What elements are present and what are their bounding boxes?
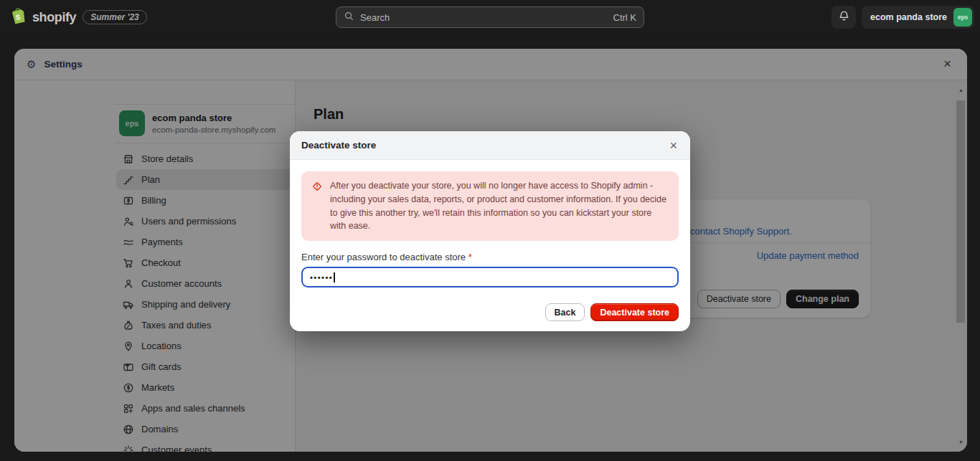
shopify-wordmark: shopify: [32, 10, 76, 25]
warning-text: After you deactivate your store, you wil…: [330, 179, 669, 233]
modal-header: Deactivate store ×: [290, 131, 690, 160]
topbar: S shopify Summer '23 Search Ctrl K ecom …: [0, 0, 980, 34]
search-shortcut: Ctrl K: [613, 12, 637, 23]
bell-icon: [838, 10, 850, 25]
settings-backdrop: ⚙ Settings × eps ecom panda store ecom-p…: [0, 34, 980, 461]
search-icon: [344, 11, 354, 24]
alert-diamond-icon: [311, 181, 323, 233]
modal-title: Deactivate store: [301, 140, 376, 151]
svg-text:S: S: [15, 13, 21, 22]
password-dots: ••••••: [310, 273, 333, 282]
account-menu[interactable]: ecom panda store eps: [862, 6, 974, 29]
back-button[interactable]: Back: [545, 303, 585, 321]
shopify-logo[interactable]: S shopify Summer '23: [10, 0, 147, 34]
deactivate-store-modal: Deactivate store × After you deactivate …: [290, 131, 690, 331]
shopify-bag-icon: S: [10, 7, 26, 28]
required-asterisk: *: [468, 252, 472, 262]
search-placeholder: Search: [360, 12, 390, 23]
password-label: Enter your password to deactivate store …: [301, 252, 679, 262]
version-badge: Summer '23: [83, 10, 147, 24]
modal-close-icon[interactable]: ×: [669, 136, 677, 155]
warning-banner: After you deactivate your store, you wil…: [301, 171, 679, 241]
password-input[interactable]: ••••••: [301, 267, 679, 287]
avatar: eps: [953, 8, 972, 27]
text-caret: [334, 272, 335, 282]
notifications-button[interactable]: [831, 6, 856, 29]
confirm-deactivate-button[interactable]: Deactivate store: [590, 303, 679, 321]
account-store-name: ecom panda store: [870, 12, 947, 22]
search-input[interactable]: Search Ctrl K: [336, 6, 644, 28]
